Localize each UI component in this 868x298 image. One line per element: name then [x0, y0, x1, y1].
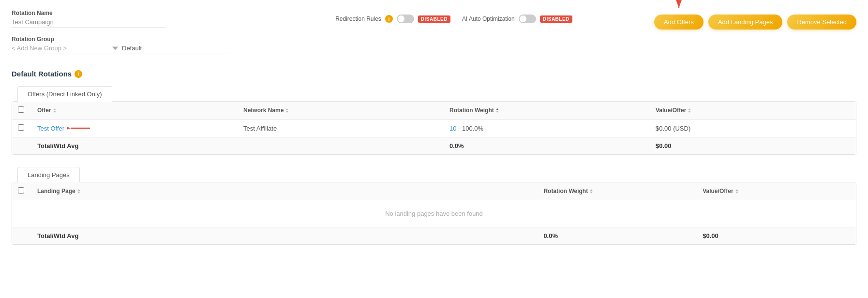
redirection-rules-badge: DISABLED [418, 15, 450, 23]
offer-row-checkbox[interactable] [18, 124, 24, 131]
add-landing-pages-button[interactable]: Add Landing Pages [708, 15, 782, 30]
ai-optimization-badge: DISABLED [540, 15, 572, 23]
group-select-value: < Add New Group > [12, 45, 112, 52]
rotation-weight-separator: - [458, 125, 462, 132]
landing-pages-table: Landing Page Rotation Weight [12, 182, 856, 244]
offers-select-all-checkbox[interactable] [18, 106, 24, 113]
ai-optimization-label: AI Auto Optimization [462, 15, 515, 22]
table-row: Test Offer Test Affiliate 10 - 100.0% $0… [12, 119, 856, 137]
network-name-sort-icon[interactable] [285, 108, 288, 113]
lp-landing-page-sort-icon[interactable] [77, 189, 80, 194]
red-arrow-annotation [664, 0, 693, 14]
offers-total-value: $0.00 [650, 137, 856, 155]
offers-total-weight: 0.0% [444, 137, 650, 155]
redirection-rules-toggle-group: Redirection Rules i DISABLED [335, 15, 450, 23]
offers-col-value-offer: Value/Offer [656, 107, 686, 114]
offers-table-wrapper: Offers (Direct Linked Only) Offer [12, 86, 856, 155]
lp-total-value: $0.00 [697, 227, 856, 245]
rotation-weight-sort-icon[interactable] [496, 108, 499, 113]
toggle-knob-ai [520, 15, 526, 22]
rotation-name-label: Rotation Name [12, 10, 254, 16]
group-select[interactable]: < Add New Group > [12, 45, 118, 54]
rotation-weight-pct: 100.0% [462, 125, 483, 132]
redirection-rules-label: Redirection Rules [335, 15, 381, 22]
offers-total-row: Total/Wtd Avg 0.0% $0.00 [12, 137, 856, 155]
offer-sort-icon[interactable] [53, 108, 56, 113]
value-offer-sort-icon[interactable] [688, 108, 691, 113]
offers-total-label: Total/Wtd Avg [31, 137, 238, 155]
group-default-value: Default [122, 45, 228, 54]
rotation-group-label: Rotation Group [12, 36, 254, 43]
lp-col-value-offer: Value/Offer [703, 188, 733, 194]
lp-total-label: Total/Wtd Avg [31, 227, 538, 245]
remove-selected-button[interactable]: Remove Selected [787, 15, 856, 30]
offers-tab[interactable]: Offers (Direct Linked Only) [17, 86, 112, 102]
lp-col-landing-page: Landing Page [37, 188, 75, 194]
lp-empty-message: No landing pages have been found [12, 200, 856, 227]
offer-value: $0.00 (USD) [650, 119, 856, 137]
rotation-weight-number[interactable]: 10 [449, 125, 456, 132]
ai-optimization-toggle[interactable] [519, 15, 536, 23]
test-offer-red-arrow [67, 122, 91, 134]
lp-rotation-weight-sort-icon[interactable] [590, 189, 593, 194]
landing-pages-tab[interactable]: Landing Pages [17, 167, 80, 182]
test-offer-link[interactable]: Test Offer [37, 125, 64, 132]
offers-col-rotation-weight: Rotation Weight [449, 107, 494, 114]
offers-col-network-name: Network Name [243, 107, 284, 114]
offers-table: Offer Network Name [12, 102, 856, 154]
toggle-knob [398, 15, 404, 22]
lp-total-row: Total/Wtd Avg 0.0% $0.00 [12, 227, 856, 245]
chevron-down-icon [112, 45, 118, 51]
add-offers-button[interactable]: Add Offers [654, 15, 703, 30]
lp-col-rotation-weight: Rotation Weight [543, 188, 588, 194]
rotation-name-value: Test Campaign [12, 18, 166, 28]
redirection-rules-info-icon[interactable]: i [385, 15, 393, 23]
lp-total-weight: 0.0% [538, 227, 697, 245]
landing-pages-table-wrapper: Landing Pages Landing Page [12, 166, 856, 245]
default-rotations-title: Default Rotations [12, 70, 72, 78]
offers-col-offer: Offer [37, 107, 51, 114]
lp-value-offer-sort-icon[interactable] [735, 189, 738, 194]
offer-network-name: Test Affiliate [238, 119, 444, 137]
ai-optimization-toggle-group: AI Auto Optimization DISABLED [462, 15, 572, 23]
redirection-rules-toggle[interactable] [397, 15, 414, 23]
default-rotations-info-icon[interactable]: i [75, 70, 82, 78]
lp-empty-row: No landing pages have been found [12, 200, 856, 227]
lp-select-all-checkbox[interactable] [18, 187, 24, 194]
offer-rotation-weight: 10 - 100.0% [444, 119, 650, 137]
